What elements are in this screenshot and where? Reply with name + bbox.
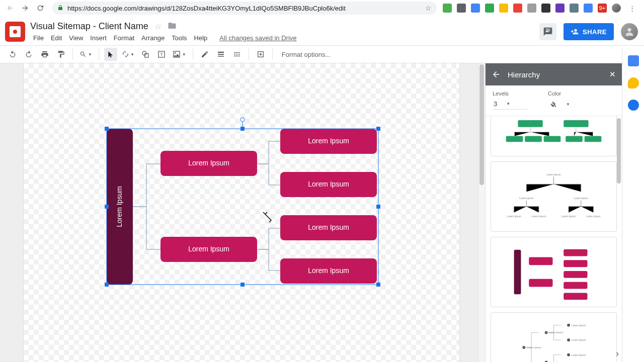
line-dash-button[interactable] <box>230 48 244 61</box>
extension-icon[interactable] <box>485 4 494 13</box>
calendar-icon[interactable] <box>628 55 639 66</box>
svg-rect-44 <box>564 260 587 267</box>
profile-avatar-icon[interactable] <box>612 4 621 13</box>
svg-text:Lorem Ipsum: Lorem Ipsum <box>572 339 586 341</box>
svg-rect-28 <box>506 136 523 142</box>
share-button[interactable]: SHARE <box>564 23 614 40</box>
line-tool-button[interactable]: ▼ <box>120 48 136 61</box>
svg-rect-18 <box>376 127 380 131</box>
line-color-button[interactable] <box>198 48 211 61</box>
template-thumb[interactable]: Lorem IpsumLorem IpsumLorem IpsumLorem I… <box>491 161 617 232</box>
omnibox[interactable]: https://docs.google.com/drawings/d/128Zo… <box>52 2 437 15</box>
extension-icon[interactable] <box>457 4 466 13</box>
svg-rect-22 <box>240 283 245 287</box>
extension-icons: 9+ ⋮ <box>443 2 640 14</box>
bookmark-star-icon[interactable]: ☆ <box>425 4 432 12</box>
print-button[interactable] <box>38 48 51 61</box>
vertical-scrollbar[interactable] <box>478 63 485 362</box>
svg-rect-42 <box>529 279 552 287</box>
panel-title: Hierarchy <box>508 70 540 79</box>
undo-button[interactable] <box>6 48 19 61</box>
extension-icon[interactable] <box>443 4 452 13</box>
svg-rect-30 <box>544 136 561 142</box>
svg-rect-46 <box>564 282 587 289</box>
comments-button[interactable] <box>539 23 556 40</box>
tasks-icon[interactable] <box>628 100 639 111</box>
svg-rect-29 <box>525 136 542 142</box>
svg-rect-23 <box>376 283 380 287</box>
svg-point-6 <box>175 52 176 54</box>
more-button[interactable] <box>254 48 267 61</box>
menu-insert[interactable]: Insert <box>87 33 110 43</box>
svg-point-52 <box>567 338 570 341</box>
svg-text:Lorem Ipsum: Lorem Ipsum <box>549 331 564 334</box>
share-label: SHARE <box>583 28 607 36</box>
save-status[interactable]: All changes saved in Drive <box>216 33 299 43</box>
account-avatar[interactable] <box>621 23 638 40</box>
panel-next-button[interactable]: › <box>616 348 619 359</box>
keep-icon[interactable] <box>628 77 639 88</box>
svg-text:Lorem Ipsum: Lorem Ipsum <box>519 197 534 200</box>
shape-m1-text: Lorem Ipsum <box>188 159 229 167</box>
nav-back-button[interactable] <box>4 2 16 14</box>
menu-view[interactable]: View <box>66 33 86 43</box>
extension-icon[interactable] <box>570 4 579 13</box>
shape-root-text: Lorem Ipsum <box>115 186 123 227</box>
svg-rect-40 <box>514 250 521 295</box>
menu-arrange[interactable]: Arrange <box>138 33 168 43</box>
svg-rect-41 <box>529 257 552 265</box>
format-options-button[interactable]: Format options... <box>278 51 335 58</box>
menu-tools[interactable]: Tools <box>169 33 190 43</box>
folder-icon[interactable] <box>168 21 177 32</box>
paint-bucket-icon <box>549 100 557 108</box>
textbox-button[interactable]: T <box>155 48 168 61</box>
svg-point-53 <box>567 353 570 356</box>
shape-r1-text: Lorem Ipsum <box>308 137 349 145</box>
drawing-page[interactable]: Lorem Ipsum Lorem Ipsum Lorem Ipsum Lore… <box>23 63 460 362</box>
template-list: Lorem IpsumLorem IpsumLorem IpsumLorem I… <box>486 116 622 362</box>
extension-icon[interactable] <box>527 4 536 13</box>
image-button[interactable]: ▼ <box>171 48 188 61</box>
extension-icon[interactable] <box>541 4 550 13</box>
select-tool-button[interactable] <box>104 48 117 61</box>
shape-r3-text: Lorem Ipsum <box>308 223 349 231</box>
svg-rect-19 <box>105 205 109 209</box>
template-thumb[interactable]: Lorem IpsumLorem IpsumLorem IpsumLorem I… <box>491 312 617 362</box>
extension-icon[interactable] <box>513 4 522 13</box>
panel-header: Hierarchy ✕ <box>486 63 622 85</box>
nav-forward-button[interactable] <box>19 2 31 14</box>
line-weight-button[interactable] <box>214 48 227 61</box>
drawings-logo-icon[interactable] <box>5 22 25 42</box>
extension-icon[interactable]: 9+ <box>598 4 607 13</box>
canvas[interactable]: Lorem Ipsum Lorem Ipsum Lorem Ipsum Lore… <box>0 63 485 362</box>
panel-back-button[interactable] <box>492 70 501 79</box>
extension-icon[interactable] <box>471 4 480 13</box>
menu-edit[interactable]: Edit <box>48 33 65 43</box>
svg-text:Lorem Ipsum: Lorem Ipsum <box>572 324 586 327</box>
paint-format-button[interactable] <box>54 48 67 61</box>
browser-menu-button[interactable]: ⋮ <box>626 2 638 14</box>
lock-icon <box>57 5 63 12</box>
menu-format[interactable]: Format <box>111 33 137 43</box>
color-select[interactable]: ▼ <box>548 99 570 110</box>
extension-icon[interactable] <box>584 4 593 13</box>
nav-reload-button[interactable] <box>34 2 46 14</box>
panel-scrollbar[interactable] <box>616 116 622 362</box>
svg-point-0 <box>627 28 631 32</box>
menu-help[interactable]: Help <box>191 33 211 43</box>
menu-file[interactable]: File <box>30 33 47 43</box>
levels-select[interactable]: 3▼ <box>493 99 528 110</box>
redo-button[interactable] <box>22 48 35 61</box>
svg-rect-32 <box>585 136 602 142</box>
template-thumb[interactable] <box>491 237 617 307</box>
template-thumb[interactable] <box>491 116 617 156</box>
star-doc-icon[interactable]: ☆ <box>154 22 162 31</box>
panel-close-button[interactable]: ✕ <box>609 70 616 79</box>
svg-rect-16 <box>105 127 109 131</box>
svg-rect-43 <box>564 249 587 256</box>
shape-tool-button[interactable] <box>139 48 152 61</box>
extension-icon[interactable] <box>555 4 565 13</box>
extension-icon[interactable] <box>499 4 508 13</box>
document-title[interactable]: Visual Sitemap - Client Name <box>30 21 148 32</box>
zoom-button[interactable]: ▼ <box>78 48 94 61</box>
